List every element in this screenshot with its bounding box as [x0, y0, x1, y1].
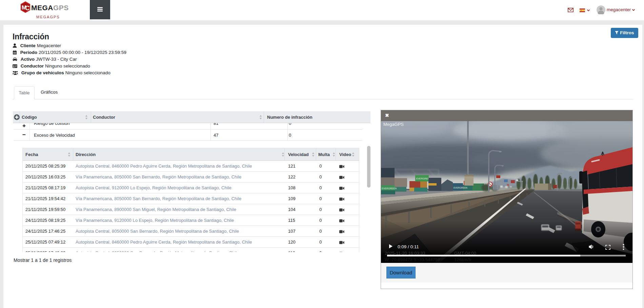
svg-text:C: C [25, 4, 30, 12]
svg-text:EVERGREEN: EVERGREEN [454, 187, 467, 189]
svg-text:EVERGREEN: EVERGREEN [382, 187, 397, 190]
